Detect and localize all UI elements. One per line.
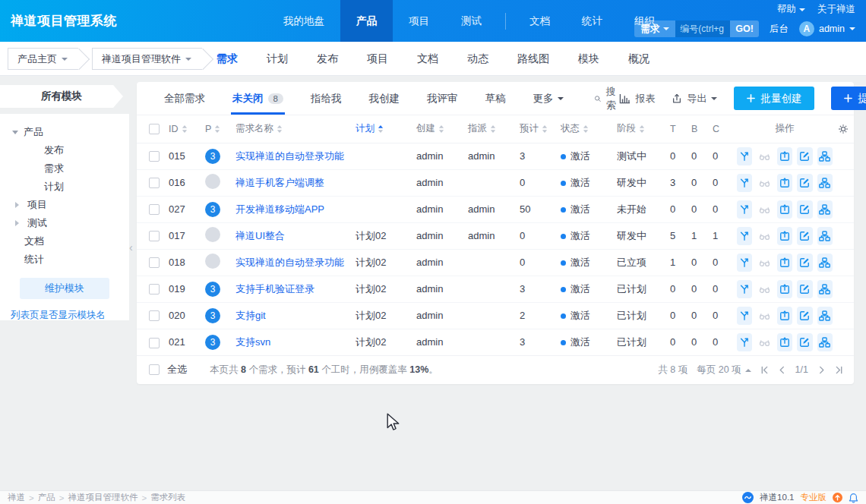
- change-button[interactable]: [737, 147, 752, 165]
- main-nav-item-1[interactable]: 产品: [340, 0, 393, 42]
- story-title-link[interactable]: 实现禅道的自动登录功能: [235, 257, 344, 268]
- subdivide-button[interactable]: [817, 147, 833, 165]
- upgrade-icon[interactable]: [833, 493, 842, 502]
- close-button[interactable]: [777, 280, 792, 298]
- about-link[interactable]: 关于禅道: [817, 3, 855, 16]
- main-nav-item-3[interactable]: 测试: [445, 0, 498, 42]
- bell-icon[interactable]: [849, 493, 858, 503]
- batch-create-button[interactable]: 批量创建: [734, 87, 814, 110]
- change-button[interactable]: [737, 200, 752, 219]
- per-page-dropdown[interactable]: 每页 20 项: [697, 364, 751, 376]
- edit-button[interactable]: [797, 147, 812, 165]
- row-checkbox[interactable]: [149, 310, 160, 321]
- create-story-button[interactable]: 提需求: [831, 87, 866, 110]
- col-status[interactable]: 状态: [561, 115, 617, 143]
- edit-button[interactable]: [797, 254, 812, 272]
- status-breadcrumb-item-1[interactable]: 产品: [38, 492, 55, 503]
- module-tree-item-4[interactable]: 项目: [0, 196, 129, 214]
- last-page-button[interactable]: [835, 366, 843, 374]
- report-button[interactable]: 报表: [619, 92, 655, 106]
- story-title-link[interactable]: 开发禅道移动端APP: [235, 203, 324, 215]
- product-menu-item-4[interactable]: 文档: [417, 52, 438, 66]
- change-button[interactable]: [737, 227, 752, 245]
- close-button[interactable]: [777, 254, 792, 272]
- product-menu-item-1[interactable]: 计划: [267, 52, 288, 66]
- search-input[interactable]: [675, 20, 730, 37]
- close-button[interactable]: [777, 333, 792, 351]
- filter-tab-3[interactable]: 我创建: [361, 82, 407, 115]
- subdivide-button[interactable]: [817, 227, 833, 245]
- edit-button[interactable]: [797, 174, 812, 192]
- module-tree-item-2[interactable]: 需求: [0, 159, 129, 178]
- module-tree-item-1[interactable]: 发布: [0, 141, 129, 159]
- col-priority[interactable]: P: [205, 115, 235, 143]
- subdivide-button[interactable]: [817, 174, 833, 192]
- close-button[interactable]: [777, 147, 792, 165]
- edit-button[interactable]: [797, 333, 812, 351]
- row-checkbox[interactable]: [149, 178, 160, 188]
- edit-button[interactable]: [797, 280, 812, 298]
- product-menu-item-3[interactable]: 项目: [367, 52, 388, 66]
- story-title-link[interactable]: 支持svn: [235, 336, 270, 348]
- change-button[interactable]: [737, 333, 752, 351]
- subdivide-button[interactable]: [817, 254, 833, 272]
- filter-tab-6[interactable]: 更多: [525, 82, 571, 115]
- subdivide-button[interactable]: [817, 280, 833, 298]
- filter-tab-4[interactable]: 我评审: [419, 82, 466, 115]
- col-assigned-to[interactable]: 指派: [468, 115, 520, 143]
- cell-t-count[interactable]: 1: [670, 249, 691, 276]
- story-title-link[interactable]: 支持git: [235, 310, 266, 321]
- show-module-name-toggle-link[interactable]: 列表页是否显示模块名: [11, 309, 129, 322]
- product-menu-item-6[interactable]: 路线图: [517, 52, 549, 66]
- help-menu[interactable]: 帮助: [777, 3, 805, 16]
- col-checkbox[interactable]: [137, 115, 169, 143]
- change-button[interactable]: [737, 174, 752, 192]
- col-id[interactable]: ID: [169, 115, 205, 143]
- col-plan[interactable]: 计划: [356, 115, 416, 143]
- col-estimate[interactable]: 预计: [520, 115, 561, 143]
- product-menu-item-0[interactable]: 需求: [216, 52, 238, 66]
- sidebar-tab-all-modules[interactable]: 所有模块: [0, 85, 123, 108]
- cell-t-count[interactable]: 5: [670, 222, 691, 249]
- module-tree-item-7[interactable]: 统计: [0, 250, 129, 269]
- edit-button[interactable]: [797, 307, 812, 325]
- subdivide-button[interactable]: [817, 333, 833, 351]
- main-nav-item-2[interactable]: 项目: [393, 0, 445, 42]
- edit-button[interactable]: [797, 200, 812, 219]
- change-button[interactable]: [737, 280, 752, 298]
- sidebar-collapse-handle[interactable]: ‹: [129, 241, 133, 254]
- close-button[interactable]: [777, 227, 792, 245]
- product-menu-item-5[interactable]: 动态: [467, 52, 488, 66]
- next-page-button[interactable]: [817, 366, 826, 374]
- col-bug-count[interactable]: B: [691, 115, 713, 143]
- module-tree-item-0[interactable]: 产品: [0, 123, 129, 141]
- status-breadcrumb-item-2[interactable]: 禅道项目管理软件: [68, 492, 137, 503]
- module-tree-item-5[interactable]: 测试: [0, 214, 129, 232]
- filter-tab-5[interactable]: 草稿: [477, 82, 513, 115]
- row-checkbox[interactable]: [149, 204, 160, 215]
- admin-console-link[interactable]: 后台: [770, 23, 789, 36]
- search-toggle[interactable]: 搜索: [594, 85, 619, 112]
- main-nav-item-5[interactable]: 文档: [514, 0, 566, 42]
- main-nav-item-0[interactable]: 我的地盘: [267, 0, 340, 42]
- cell-c-count[interactable]: 1: [713, 222, 737, 249]
- col-opened-by[interactable]: 创建: [416, 115, 468, 143]
- change-button[interactable]: [737, 307, 752, 325]
- first-page-button[interactable]: [760, 366, 769, 374]
- change-button[interactable]: [737, 254, 752, 272]
- select-all-checkbox[interactable]: [149, 364, 160, 375]
- prev-page-button[interactable]: [778, 366, 786, 374]
- subdivide-button[interactable]: [817, 200, 833, 219]
- go-button[interactable]: GO!: [730, 20, 759, 37]
- product-menu-item-2[interactable]: 发布: [317, 52, 338, 66]
- story-title-link[interactable]: 实现禅道的自动登录功能: [235, 150, 344, 162]
- edit-button[interactable]: [797, 227, 812, 245]
- close-button[interactable]: [777, 307, 792, 325]
- close-button[interactable]: [777, 174, 792, 192]
- cell-t-count[interactable]: 3: [670, 169, 691, 196]
- filter-tab-2[interactable]: 指给我: [303, 82, 349, 115]
- column-settings-gear[interactable]: [833, 115, 854, 143]
- module-tree-item-6[interactable]: 文档: [0, 232, 129, 250]
- export-button[interactable]: 导出: [672, 92, 717, 106]
- close-button[interactable]: [777, 200, 792, 219]
